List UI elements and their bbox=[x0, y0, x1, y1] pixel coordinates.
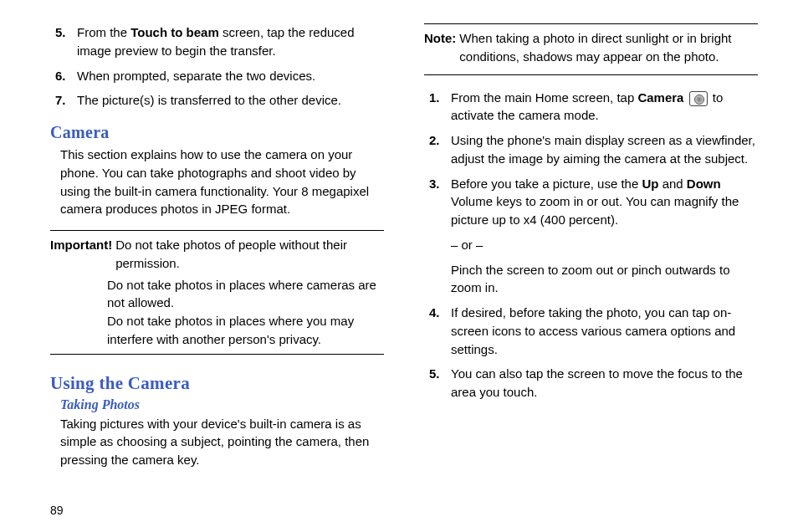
right-column: Note: When taking a photo in direct sunl… bbox=[417, 23, 758, 515]
text-bold: Touch to beam bbox=[130, 25, 219, 39]
list-item: 2. Using the phone's main display screen… bbox=[424, 131, 758, 168]
list-item: 3. Before you take a picture, use the Up… bbox=[424, 175, 758, 298]
text: From the main Home screen, tap bbox=[451, 90, 637, 105]
page-number: 89 bbox=[50, 504, 64, 517]
callout-row: Important! Do not take photos of people … bbox=[50, 236, 384, 273]
heading-camera: Camera bbox=[50, 123, 384, 142]
list-number: 4. bbox=[424, 304, 451, 358]
callout-text: Do not take photos of people without the… bbox=[115, 236, 384, 273]
important-line: Do not take photos in places where you m… bbox=[50, 312, 384, 349]
list-body: Before you take a picture, use the Up an… bbox=[451, 175, 758, 298]
list-number: 7. bbox=[50, 91, 77, 110]
list-number: 2. bbox=[424, 131, 451, 168]
list-item: 4. If desired, before taking the photo, … bbox=[424, 304, 758, 358]
text: Pinch the screen to zoom out or pinch ou… bbox=[451, 261, 758, 298]
camera-icon bbox=[689, 91, 708, 106]
or-line: – or – bbox=[451, 236, 758, 254]
important-label: Important! bbox=[50, 236, 115, 273]
callout-row: Note: When taking a photo in direct sunl… bbox=[424, 29, 758, 66]
callout-text: When taking a photo in direct sunlight o… bbox=[459, 29, 758, 66]
list-body: From the Touch to beam screen, tap the r… bbox=[77, 23, 384, 60]
list-body: Using the phone's main display screen as… bbox=[451, 131, 758, 168]
text: and bbox=[658, 176, 686, 191]
list-number: 1. bbox=[424, 89, 451, 125]
note-callout: Note: When taking a photo in direct sunl… bbox=[424, 23, 758, 75]
text: Before you take a picture, use the bbox=[451, 176, 642, 191]
subheading-taking-photos: Taking Photos bbox=[60, 397, 384, 412]
heading-using-camera: Using the Camera bbox=[50, 373, 384, 394]
list-number: 3. bbox=[424, 175, 451, 298]
list-body: The picture(s) is transferred to the oth… bbox=[77, 91, 384, 110]
list-item: 5. You can also tap the screen to move t… bbox=[424, 365, 758, 402]
text-bold: Down bbox=[687, 176, 721, 191]
paragraph: This section explains how to use the cam… bbox=[60, 146, 384, 218]
text: Volume keys to zoom in or out. You can m… bbox=[451, 194, 739, 227]
list-body: If desired, before taking the photo, you… bbox=[451, 304, 758, 358]
list-body: When prompted, separate the two devices. bbox=[77, 67, 384, 85]
list-item: 7. The picture(s) is transferred to the … bbox=[50, 91, 384, 110]
paragraph: Taking pictures with your device's built… bbox=[60, 415, 384, 469]
text: From the bbox=[77, 25, 130, 39]
list-number: 5. bbox=[424, 365, 451, 402]
list-item: 6. When prompted, separate the two devic… bbox=[50, 67, 384, 85]
list-item: 1. From the main Home screen, tap Camera… bbox=[424, 89, 758, 125]
list-body: From the main Home screen, tap Camera to… bbox=[451, 89, 758, 125]
list-number: 6. bbox=[50, 67, 77, 85]
list-body: You can also tap the screen to move the … bbox=[451, 365, 758, 402]
important-line: Do not take photos in places where camer… bbox=[50, 276, 384, 313]
list-number: 5. bbox=[50, 23, 77, 60]
text-bold: Up bbox=[642, 176, 658, 191]
text-bold: Camera bbox=[637, 90, 683, 105]
important-callout: Important! Do not take photos of people … bbox=[50, 230, 384, 355]
note-label: Note: bbox=[424, 29, 459, 66]
list-item: 5. From the Touch to beam screen, tap th… bbox=[50, 23, 384, 60]
left-column: 5. From the Touch to beam screen, tap th… bbox=[50, 23, 387, 515]
